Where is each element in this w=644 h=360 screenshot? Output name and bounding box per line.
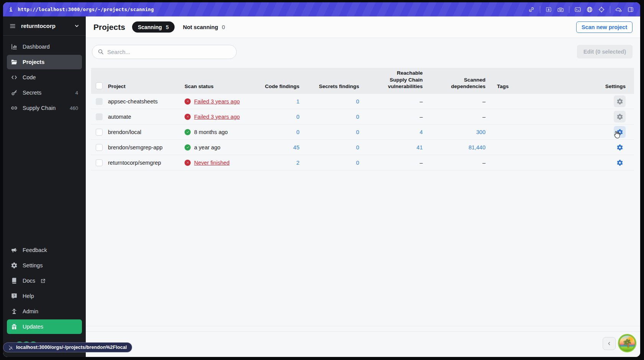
sidebar-item-label: Projects bbox=[23, 59, 44, 65]
url-text: http://localhost:3000/orgs/-/projects/sc… bbox=[18, 7, 154, 12]
project-name[interactable]: brendon/semgrep-app bbox=[108, 144, 185, 151]
link-status-text: localhost:3000/orgs/-/projects/brendon%2… bbox=[16, 345, 127, 350]
project-settings-button[interactable] bbox=[614, 126, 626, 138]
sidebar-item-updates[interactable]: Updates bbox=[7, 319, 82, 334]
sidebar-item-label: Supply Chain bbox=[23, 105, 56, 111]
sidebar-item-docs[interactable]: Docs bbox=[7, 273, 82, 288]
pencil-slash-icon bbox=[8, 345, 13, 350]
table-row: returntocorp/semgrep Never finished 2 0 … bbox=[91, 155, 634, 170]
search-box[interactable] bbox=[92, 45, 237, 59]
info-icon: i bbox=[9, 7, 12, 13]
edit-selected-button[interactable]: Edit (0 selected) bbox=[577, 45, 633, 59]
island-widget-button[interactable]: 🌴 bbox=[618, 334, 636, 352]
clouds-icon[interactable] bbox=[615, 6, 622, 13]
sidebar-item-settings[interactable]: Settings bbox=[7, 258, 82, 273]
browser-window: i http://localhost:3000/orgs/-/projects/… bbox=[3, 2, 640, 357]
crosshair-icon[interactable] bbox=[598, 6, 605, 13]
sidebar-item-code[interactable]: Code bbox=[7, 70, 82, 85]
search-input[interactable] bbox=[107, 49, 231, 55]
code-findings-link[interactable]: 45 bbox=[255, 144, 299, 151]
book-icon bbox=[11, 277, 18, 284]
terminal-icon[interactable] bbox=[574, 6, 581, 13]
failed-icon bbox=[185, 114, 191, 120]
project-name[interactable]: appsec-cheatsheets bbox=[108, 98, 185, 105]
camera-icon[interactable] bbox=[557, 6, 564, 13]
secrets-count-badge: 4 bbox=[75, 90, 78, 96]
col-scan-status: Scan status bbox=[185, 83, 255, 90]
row-checkbox[interactable] bbox=[96, 113, 103, 120]
tab-scanning-count: 5 bbox=[166, 24, 169, 30]
success-icon bbox=[185, 129, 191, 135]
chevron-down-icon bbox=[74, 23, 80, 29]
secrets-findings-link[interactable]: 0 bbox=[299, 144, 359, 151]
sidebar-item-label: Help bbox=[23, 293, 34, 299]
project-settings-button[interactable] bbox=[614, 111, 626, 123]
globe-icon[interactable] bbox=[586, 6, 593, 13]
tab-scanning[interactable]: Scanning 5 bbox=[132, 21, 175, 33]
secrets-findings-link[interactable]: 0 bbox=[299, 114, 359, 120]
scan-status-link[interactable]: Failed 3 years ago bbox=[194, 98, 240, 105]
sidebar-item-projects[interactable]: Projects bbox=[7, 55, 82, 69]
row-checkbox[interactable] bbox=[96, 159, 103, 166]
table-row: brendon/semgrep-app a year ago 45 0 41 8… bbox=[91, 140, 634, 155]
row-checkbox[interactable] bbox=[96, 98, 103, 105]
url-bar: i http://localhost:3000/orgs/-/projects/… bbox=[3, 2, 640, 16]
sidebar-item-feedback[interactable]: Feedback bbox=[7, 243, 82, 257]
row-checkbox[interactable] bbox=[96, 144, 103, 151]
sidebar-item-supply-chain[interactable]: Supply Chain 460 bbox=[7, 101, 82, 115]
code-findings-link[interactable]: 0 bbox=[255, 114, 299, 120]
col-scanned-dependencies: Scanned dependencies bbox=[423, 77, 485, 90]
project-name[interactable]: automate bbox=[108, 114, 185, 120]
scanned-dependencies-link[interactable]: 81,440 bbox=[423, 144, 485, 151]
row-checkbox[interactable] bbox=[96, 129, 103, 136]
secrets-findings-link[interactable]: 0 bbox=[299, 98, 359, 105]
code-findings-link[interactable]: 1 bbox=[255, 98, 299, 105]
table-row: automate Failed 3 years ago 0 0 – – bbox=[91, 109, 634, 124]
sidebar-item-dashboard[interactable]: Dashboard bbox=[7, 39, 82, 54]
sidebar-item-label: Code bbox=[23, 74, 36, 80]
col-secrets-findings: Secrets findings bbox=[299, 83, 359, 90]
project-name[interactable]: brendon/local bbox=[108, 129, 185, 135]
secrets-findings-link[interactable]: 0 bbox=[299, 129, 359, 135]
secrets-findings-link[interactable]: 0 bbox=[299, 160, 359, 166]
scanned-dependencies-link[interactable]: 300 bbox=[423, 129, 485, 135]
reachable-vulns-link[interactable]: 41 bbox=[359, 144, 423, 151]
table-row: appsec-cheatsheets Failed 3 years ago 1 … bbox=[91, 94, 634, 109]
project-settings-button[interactable] bbox=[614, 95, 626, 107]
collapse-left-button[interactable] bbox=[603, 337, 616, 350]
external-link-icon bbox=[40, 278, 46, 284]
divider bbox=[610, 6, 610, 13]
sidebar-item-label: Feedback bbox=[23, 247, 47, 253]
hamburger-icon[interactable] bbox=[9, 23, 16, 29]
split-view-icon[interactable] bbox=[627, 6, 634, 13]
admin-icon bbox=[11, 308, 18, 315]
scan-status-link[interactable]: Failed 3 years ago bbox=[194, 114, 240, 120]
sidebar-item-label: Updates bbox=[23, 324, 43, 330]
reachable-vulns-value: – bbox=[359, 160, 423, 166]
divider bbox=[540, 6, 540, 13]
key-icon bbox=[11, 89, 18, 96]
page-title: Projects bbox=[93, 23, 125, 32]
sidebar-item-label: Dashboard bbox=[23, 44, 50, 50]
sidebar-item-help[interactable]: ? Help bbox=[7, 289, 82, 303]
org-switcher[interactable]: returntocorp bbox=[3, 16, 86, 36]
folder-icon bbox=[11, 59, 18, 65]
code-findings-link[interactable]: 2 bbox=[255, 160, 299, 166]
reachable-vulns-link[interactable]: 4 bbox=[359, 129, 423, 135]
image-capture-icon[interactable] bbox=[545, 6, 552, 13]
scan-status-text: a year ago bbox=[194, 144, 221, 151]
project-settings-button[interactable] bbox=[614, 141, 626, 153]
link-icon[interactable] bbox=[528, 6, 535, 13]
tab-not-scanning[interactable]: Not scanning 0 bbox=[183, 24, 225, 30]
gift-icon bbox=[11, 323, 18, 330]
dashboard-icon bbox=[11, 43, 18, 50]
link-status-bar: localhost:3000/orgs/-/projects/brendon%2… bbox=[3, 342, 132, 352]
scan-status-link[interactable]: Never finished bbox=[194, 160, 230, 166]
scan-new-project-button[interactable]: Scan new project bbox=[576, 21, 633, 33]
code-findings-link[interactable]: 0 bbox=[255, 129, 299, 135]
sidebar-item-secrets[interactable]: Secrets 4 bbox=[7, 85, 82, 100]
project-settings-button[interactable] bbox=[614, 157, 626, 169]
sidebar-item-admin[interactable]: Admin bbox=[7, 304, 82, 319]
select-all-checkbox[interactable] bbox=[96, 82, 103, 89]
project-name[interactable]: returntocorp/semgrep bbox=[108, 160, 185, 166]
